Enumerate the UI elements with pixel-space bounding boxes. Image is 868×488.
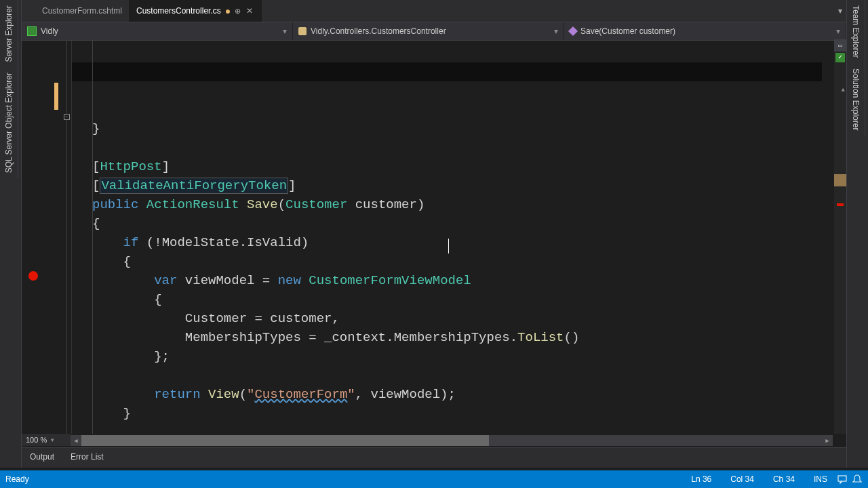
- current-line-highlight: [72, 62, 822, 81]
- tab-scroll-left[interactable]: [22, 0, 35, 22]
- modified-indicator: [54, 83, 58, 110]
- editor-area: − } [HttpPost] [ValidateAntiForgeryToken…: [22, 41, 846, 434]
- outline-guide: [66, 41, 67, 434]
- status-col[interactable]: Col 34: [721, 474, 764, 484]
- left-tool-panel: Server Explorer SQL Server Object Explor…: [0, 0, 22, 468]
- server-explorer-tab[interactable]: Server Explorer: [0, 0, 18, 67]
- output-tab[interactable]: Output: [22, 448, 62, 468]
- solution-explorer-tab[interactable]: Solution Explorer: [847, 63, 865, 136]
- status-bar: Ready Ln 36 Col 34 Ch 34 INS: [0, 470, 868, 488]
- nav-project-label: Vidly: [41, 26, 58, 36]
- method-icon: [568, 26, 578, 36]
- zoom-dropdown[interactable]: 100 % ▼: [22, 434, 71, 446]
- editor-gutter[interactable]: [22, 41, 64, 434]
- scroll-thumb[interactable]: [81, 435, 489, 446]
- vertical-scrollbar-map[interactable]: ▭ ✓ ▲: [834, 41, 846, 434]
- tab-overflow-dropdown[interactable]: ▾: [834, 0, 846, 22]
- nav-class-dropdown[interactable]: Vidly.Controllers.CustomersController ▾: [293, 22, 564, 40]
- code-content: } [HttpPost] [ValidateAntiForgeryToken] …: [92, 119, 834, 434]
- outlining-rail[interactable]: −: [64, 41, 72, 434]
- status-ready: Ready: [5, 474, 682, 484]
- collapse-toggle-icon[interactable]: −: [64, 114, 70, 120]
- tab-customerscontroller-cs[interactable]: CustomersController.cs ● ⊕ ✕: [130, 0, 262, 22]
- sql-server-object-explorer-tab[interactable]: SQL Server Object Explorer: [0, 67, 18, 178]
- status-line[interactable]: Ln 36: [682, 474, 721, 484]
- code-editor[interactable]: } [HttpPost] [ValidateAntiForgeryToken] …: [72, 41, 834, 434]
- project-icon: [27, 26, 37, 36]
- scroll-right-icon[interactable]: ▶: [822, 437, 833, 445]
- svg-rect-0: [838, 476, 846, 481]
- scroll-thumb[interactable]: [834, 174, 846, 186]
- chevron-down-icon: ▾: [836, 26, 840, 36]
- error-marker[interactable]: [837, 203, 844, 206]
- status-ch[interactable]: Ch 34: [764, 474, 804, 484]
- breakpoint-icon[interactable]: [28, 271, 38, 281]
- nav-project-dropdown[interactable]: Vidly ▾: [22, 22, 293, 40]
- error-list-tab[interactable]: Error List: [62, 448, 112, 468]
- scroll-track[interactable]: [81, 435, 822, 446]
- chevron-down-icon: ▼: [50, 437, 55, 443]
- class-icon: [298, 27, 307, 35]
- pin-icon[interactable]: ⊕: [235, 7, 241, 16]
- status-icons: [837, 474, 863, 485]
- document-tab-bar: CustomerForm.cshtml CustomersController.…: [22, 0, 846, 22]
- zoom-label: 100 %: [26, 436, 47, 444]
- status-ins[interactable]: INS: [804, 474, 837, 484]
- close-icon[interactable]: ✕: [245, 6, 254, 16]
- navigation-bar: Vidly ▾ Vidly.Controllers.CustomersContr…: [22, 22, 846, 41]
- nav-method-label: Save(Customer customer): [580, 26, 675, 36]
- chevron-down-icon: ▾: [283, 26, 287, 36]
- nav-class-label: Vidly.Controllers.CustomersController: [311, 26, 446, 36]
- chevron-down-icon: ▾: [554, 26, 558, 36]
- scroll-left-icon[interactable]: ◀: [71, 437, 81, 445]
- horizontal-scrollbar[interactable]: ◀ ▶: [71, 435, 833, 446]
- bottom-tool-tabs: Output Error List: [22, 447, 846, 468]
- scroll-up-icon[interactable]: ▲: [842, 87, 845, 94]
- team-explorer-tab[interactable]: Team Explorer: [847, 0, 865, 63]
- tab-label: CustomerForm.cshtml: [42, 6, 122, 16]
- nav-method-dropdown[interactable]: Save(Customer customer) ▾: [564, 22, 846, 40]
- right-tool-panel: Team Explorer Solution Explorer: [846, 0, 868, 468]
- code-health-indicator-icon[interactable]: ✓: [835, 53, 845, 62]
- tab-label: CustomersController.cs: [136, 6, 221, 16]
- editor-main: CustomerForm.cshtml CustomersController.…: [22, 0, 846, 468]
- feedback-icon[interactable]: [837, 474, 848, 485]
- dirty-indicator-icon: ●: [225, 5, 231, 16]
- split-editor-button[interactable]: ▭: [834, 39, 846, 52]
- notifications-icon[interactable]: [852, 474, 863, 485]
- tab-customerform-cshtml[interactable]: CustomerForm.cshtml: [35, 0, 130, 22]
